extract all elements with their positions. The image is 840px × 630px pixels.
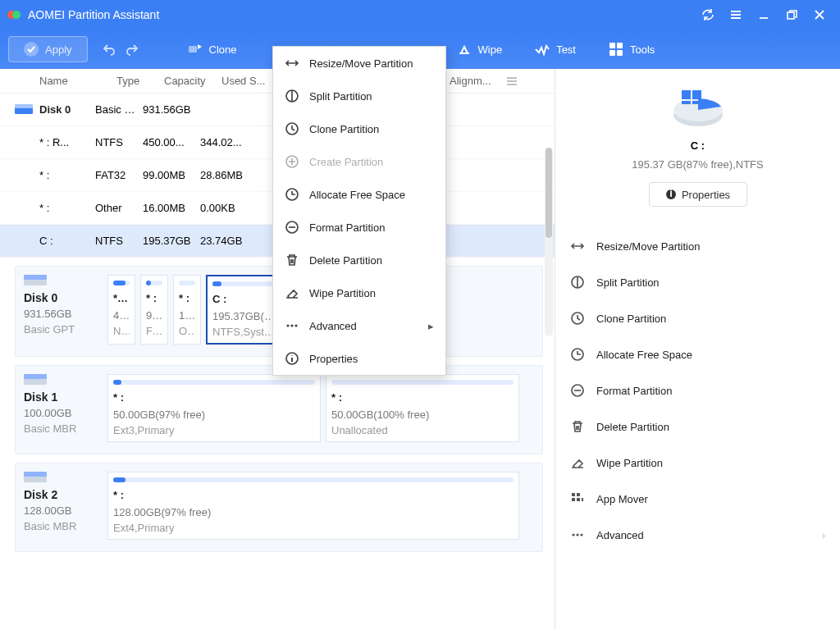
svg-rect-12 <box>24 378 47 385</box>
disk-icon <box>15 104 36 116</box>
partition-block[interactable]: * : 99... FA... <box>140 275 168 345</box>
trash-icon <box>285 253 299 267</box>
op-trash[interactable]: Delete Partition <box>570 409 825 445</box>
svg-rect-31 <box>577 498 580 501</box>
check-icon <box>24 42 39 57</box>
refresh-icon[interactable] <box>694 0 722 30</box>
op-dots[interactable]: Advanced› <box>570 517 825 553</box>
test-button[interactable]: Test <box>522 30 589 69</box>
ctx-eraser[interactable]: Wipe Partition <box>273 276 445 309</box>
svg-point-43 <box>294 324 297 326</box>
svg-rect-8 <box>15 107 33 114</box>
scrollbar[interactable] <box>545 148 553 336</box>
properties-button[interactable]: i Properties <box>649 182 747 207</box>
partition-block[interactable]: * : 16... Oth... <box>173 275 201 345</box>
ctx-clone[interactable]: Clone Partition <box>273 112 445 145</box>
ctx-info[interactable]: Properties <box>273 342 445 375</box>
svg-point-42 <box>290 324 293 326</box>
svg-rect-14 <box>24 476 47 482</box>
ctx-trash[interactable]: Delete Partition <box>273 244 445 276</box>
wipe-icon <box>457 42 472 57</box>
clone-icon <box>188 42 203 57</box>
op-clone[interactable]: Clone Partition <box>570 300 825 336</box>
svg-rect-28 <box>572 493 575 496</box>
svg-point-1 <box>12 11 21 19</box>
disk-icon <box>24 275 47 286</box>
apps-icon <box>570 491 585 506</box>
scrollbar-thumb[interactable] <box>546 148 552 238</box>
tools-icon <box>609 42 623 57</box>
undo-icon[interactable] <box>99 39 119 59</box>
op-clock[interactable]: Allocate Free Space <box>570 336 825 372</box>
partition-block[interactable]: * :... 45... NT... <box>107 275 135 345</box>
op-resize[interactable]: Resize/Move Partition <box>570 228 825 264</box>
svg-rect-6 <box>609 50 615 56</box>
wipe-button[interactable]: Wipe <box>444 30 516 69</box>
op-apps[interactable]: App Mover <box>570 481 825 517</box>
resize-icon <box>570 239 585 253</box>
clock-icon <box>285 187 299 202</box>
svg-text:i: i <box>669 189 673 199</box>
svg-rect-9 <box>15 104 33 108</box>
titlebar: AOMEI Partition Assistant <box>0 0 840 30</box>
ctx-format[interactable]: Format Partition <box>273 211 445 244</box>
svg-rect-15 <box>24 472 47 477</box>
side-panel: C : 195.37 GB(87% free),NTFS i Propertie… <box>555 69 840 630</box>
ctx-split[interactable]: Split Partition <box>273 80 445 112</box>
create-icon <box>285 154 299 169</box>
ctx-resize[interactable]: Resize/Move Partition <box>273 47 445 80</box>
minimize-icon[interactable] <box>750 0 778 30</box>
svg-rect-20 <box>682 101 691 104</box>
svg-rect-3 <box>189 46 197 52</box>
ctx-clock[interactable]: Allocate Free Space <box>273 178 445 211</box>
op-split[interactable]: Split Partition <box>570 264 825 300</box>
split-icon <box>285 89 299 103</box>
maximize-icon[interactable] <box>778 0 806 30</box>
svg-rect-7 <box>617 50 623 56</box>
clock-icon <box>570 347 585 362</box>
chevron-right-icon: › <box>822 529 825 541</box>
dots-icon <box>285 318 299 333</box>
disk-icon <box>24 472 47 483</box>
svg-rect-32 <box>582 498 583 501</box>
svg-point-33 <box>572 533 574 536</box>
svg-point-41 <box>286 324 289 326</box>
partition-block[interactable]: * : 128.00GB(97% free) Ext4,Primary <box>107 472 519 540</box>
svg-rect-4 <box>609 43 615 48</box>
apply-button[interactable]: Apply <box>8 36 88 62</box>
redo-icon[interactable] <box>122 39 142 59</box>
disk-icon <box>24 374 47 386</box>
dots-icon <box>570 527 585 542</box>
context-menu: Resize/Move PartitionSplit PartitionClon… <box>272 46 446 376</box>
ctx-create: Create Partition <box>273 145 445 178</box>
partition-block[interactable]: * : 50.00GB(100% free) Unallocated <box>326 374 519 442</box>
menu-icon[interactable] <box>722 0 750 30</box>
tools-button[interactable]: Tools <box>596 30 668 69</box>
ctx-dots[interactable]: Advanced▸ <box>273 309 445 342</box>
close-icon[interactable] <box>806 0 833 30</box>
svg-point-34 <box>576 533 578 536</box>
svg-rect-13 <box>24 374 47 379</box>
test-icon <box>535 42 550 57</box>
svg-rect-5 <box>617 43 623 48</box>
clone-button[interactable]: Clone <box>175 30 250 69</box>
clone-icon <box>285 121 299 136</box>
eraser-icon <box>285 285 299 300</box>
partition-block[interactable]: * : 50.00GB(97% free) Ext3,Primary <box>107 374 321 442</box>
disk-panel: Disk 1 100.00GB Basic MBR * : 50.00GB(97… <box>15 365 543 454</box>
svg-rect-30 <box>572 498 575 501</box>
format-icon <box>570 383 585 398</box>
trash-icon <box>570 419 585 434</box>
pie-icon <box>665 85 731 135</box>
column-menu-icon[interactable] <box>502 75 525 88</box>
svg-rect-18 <box>682 90 691 99</box>
eraser-icon <box>570 455 585 470</box>
op-format[interactable]: Format Partition <box>570 372 825 409</box>
svg-rect-21 <box>692 101 701 104</box>
format-icon <box>285 220 299 235</box>
svg-rect-2 <box>788 12 794 19</box>
svg-rect-11 <box>24 275 47 280</box>
submenu-arrow-icon: ▸ <box>428 320 434 332</box>
svg-rect-10 <box>24 279 47 285</box>
op-eraser[interactable]: Wipe Partition <box>570 445 825 481</box>
